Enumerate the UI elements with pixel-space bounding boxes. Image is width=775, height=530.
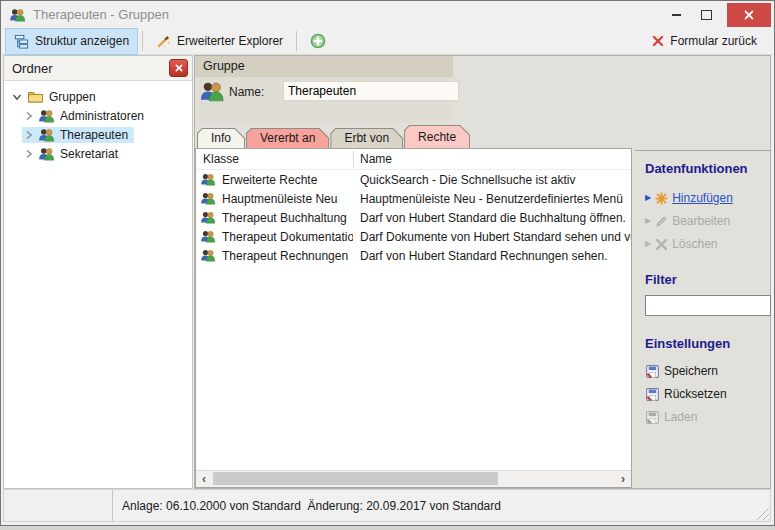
erweiterter-explorer-label: Erweiterter Explorer	[177, 34, 283, 48]
tab-vererbt-an[interactable]: Vererbt an	[246, 128, 329, 148]
name-input[interactable]	[283, 81, 459, 101]
formular-zurueck-label: Formular zurück	[670, 34, 757, 48]
group-icon	[38, 109, 55, 123]
red-x-icon	[652, 35, 664, 47]
table-header-row: Klasse Name	[196, 149, 631, 170]
detail-area: Gruppe Name: Info Vererbt an Erbt von Re…	[194, 55, 771, 489]
tab-info[interactable]: Info	[197, 128, 245, 148]
chevron-down-icon[interactable]	[12, 93, 22, 101]
tree-item-therapeuten[interactable]: Therapeuten	[22, 127, 134, 143]
section-title-filter: Filter	[645, 272, 770, 287]
name-label: Name:	[229, 85, 264, 99]
folder-panel: Ordner Gruppen Administratoren	[3, 55, 193, 489]
group-icon	[200, 211, 216, 224]
toolbar-separator	[296, 31, 297, 51]
name-cell: QuickSearch - Die Schnellsuche ist aktiv	[353, 173, 631, 187]
table-row[interactable]: Therapeut Rechnungen Darf von Hubert Sta…	[196, 246, 631, 265]
scrollbar-thumb[interactable]	[213, 472, 498, 485]
erweiterter-explorer-button[interactable]: Erweiterter Explorer	[147, 28, 292, 55]
chevron-right-icon[interactable]	[25, 111, 33, 121]
load-icon	[645, 410, 660, 425]
save-icon	[645, 364, 660, 379]
resize-grip[interactable]	[755, 506, 769, 520]
tree-structure-icon	[14, 34, 29, 49]
tab-rechte[interactable]: Rechte	[404, 125, 470, 148]
status-bar: Anlage: 06.10.2000 von Standard Änderung…	[3, 489, 771, 522]
folder-tree: Gruppen Administratoren Therapeuten	[4, 81, 192, 163]
arrow-icon: ▶	[645, 240, 651, 248]
horizontal-scrollbar[interactable]: ‹ ›	[196, 470, 631, 487]
statusbar-segment	[4, 490, 112, 521]
name-cell: Hauptmenüleiste Neu - Benutzerdefinierte…	[353, 192, 631, 206]
add-toolbar-button[interactable]	[301, 28, 335, 55]
maximize-button[interactable]	[691, 3, 721, 27]
tree-item-gruppen[interactable]: Gruppen	[9, 89, 102, 105]
tree-item-label: Gruppen	[49, 90, 96, 104]
klasse-cell: Erweiterte Rechte	[222, 173, 317, 187]
chevron-right-icon[interactable]	[25, 130, 33, 140]
minimize-button[interactable]	[661, 3, 691, 27]
toolbar: Struktur anzeigen Erweiterter Explorer F…	[1, 28, 774, 55]
group-icon	[38, 147, 55, 161]
close-icon	[744, 10, 754, 20]
chevron-right-icon[interactable]	[25, 149, 33, 159]
folder-panel-title: Ordner	[12, 61, 169, 76]
klasse-cell: Therapeut Dokumentation	[222, 230, 353, 244]
reset-icon	[645, 387, 660, 402]
scroll-left-button[interactable]: ‹	[196, 471, 212, 486]
title-bar: Therapeuten - Gruppen	[1, 1, 774, 28]
column-header-klasse[interactable]: Klasse	[196, 152, 353, 166]
add-asterisk-icon	[655, 192, 668, 205]
filter-input[interactable]	[645, 295, 771, 316]
hinzufuegen-link[interactable]: ▶ Hinzufügen	[645, 190, 770, 206]
struktur-anzeigen-label: Struktur anzeigen	[35, 34, 129, 48]
section-title-datenfunktionen: Datenfunktionen	[645, 161, 770, 176]
arrow-icon: ▶	[645, 217, 651, 225]
app-window: Therapeuten - Gruppen Struktur anzeigen …	[0, 0, 775, 526]
klasse-cell: Therapeut Rechnungen	[222, 249, 348, 263]
speichern-label: Speichern	[664, 364, 718, 378]
name-cell: Darf von Hubert Standard Rechnungen sehe…	[353, 249, 631, 263]
close-icon	[175, 64, 183, 72]
close-button[interactable]	[727, 3, 771, 27]
bearbeiten-link: ▶ Bearbeiten	[645, 213, 770, 229]
tree-item-label: Administratoren	[60, 109, 144, 123]
group-icon	[200, 249, 216, 262]
tree-item-sekretariat[interactable]: Sekretariat	[22, 146, 124, 162]
formular-zurueck-button[interactable]: Formular zurück	[643, 28, 766, 55]
column-header-name[interactable]: Name	[353, 151, 631, 167]
tree-item-administratoren[interactable]: Administratoren	[22, 108, 150, 124]
hinzufuegen-label: Hinzufügen	[672, 191, 733, 205]
rights-table: Klasse Name Erweiterte Rechte QuickSearc…	[195, 148, 632, 488]
group-icon	[38, 128, 55, 142]
table-row[interactable]: Erweiterte Rechte QuickSearch - Die Schn…	[196, 170, 631, 189]
scroll-right-button[interactable]: ›	[615, 471, 631, 486]
arrow-icon: ▶	[645, 194, 651, 202]
folder-panel-close-button[interactable]	[169, 59, 188, 77]
tree-item-label: Therapeuten	[60, 128, 128, 142]
name-cell: Darf Dokumente von Hubert Standard sehen…	[353, 230, 631, 244]
tree-item-label: Sekretariat	[60, 147, 118, 161]
klasse-cell: Therapeut Buchhaltung	[222, 211, 347, 225]
statusbar-text: Anlage: 06.10.2000 von Standard Änderung…	[122, 499, 501, 513]
loeschen-label: Löschen	[672, 237, 717, 251]
gruppe-section-header: Gruppe	[195, 56, 453, 77]
table-row[interactable]: Hauptmenüleiste Neu Hauptmenüleiste Neu …	[196, 189, 631, 208]
ruecksetzen-label: Rücksetzen	[664, 387, 727, 401]
group-icon	[200, 230, 216, 243]
group-icon	[200, 173, 216, 186]
ruecksetzen-button[interactable]: Rücksetzen	[645, 386, 770, 402]
table-row[interactable]: Therapeut Buchhaltung Darf von Hubert St…	[196, 208, 631, 227]
loeschen-link: ▶ Löschen	[645, 236, 770, 252]
klasse-cell: Hauptmenüleiste Neu	[222, 192, 337, 206]
tab-bar: Info Vererbt an Erbt von Rechte	[197, 125, 470, 148]
speichern-button[interactable]: Speichern	[645, 363, 770, 379]
edit-pencil-icon	[655, 215, 668, 228]
tab-erbt-von[interactable]: Erbt von	[330, 128, 403, 148]
group-icon	[199, 81, 225, 102]
folder-panel-header: Ordner	[4, 56, 192, 81]
table-row[interactable]: Therapeut Dokumentation Darf Dokumente v…	[196, 227, 631, 246]
folder-icon	[27, 90, 44, 103]
laden-label: Laden	[664, 410, 697, 424]
struktur-anzeigen-button[interactable]: Struktur anzeigen	[5, 28, 138, 55]
